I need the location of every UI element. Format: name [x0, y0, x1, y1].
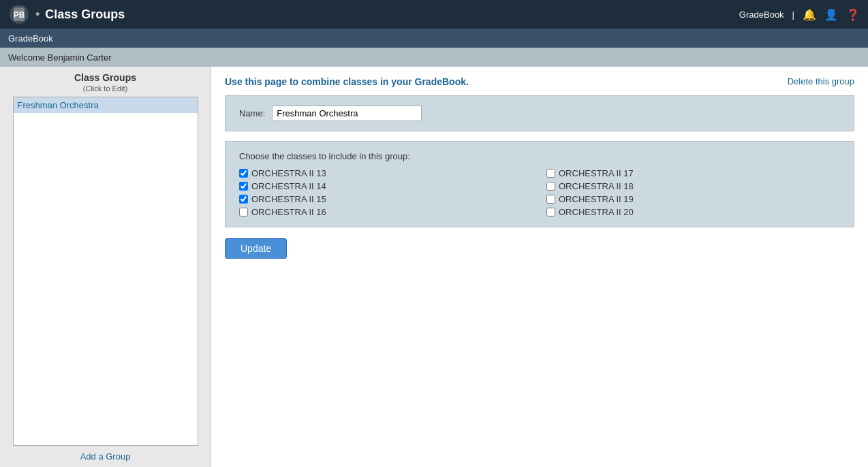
class-checkbox-8[interactable]	[546, 208, 555, 216]
bell-icon[interactable]: 🔔	[803, 8, 816, 21]
sidebar-subtitle: (Click to Edit)	[83, 84, 127, 93]
content-instruction: Use this page to combine classes in your…	[225, 76, 469, 87]
welcome-text: Welcome Benjamin Carter	[8, 52, 111, 63]
class-checkbox-6[interactable]	[546, 182, 555, 191]
class-item-6: ORCHESTRA II 18	[546, 181, 840, 191]
sidebar-title: Class Groups	[74, 72, 136, 83]
class-checkbox-4[interactable]	[239, 208, 248, 216]
class-item-2: ORCHESTRA II 14	[239, 181, 533, 191]
class-checkbox-1[interactable]	[239, 169, 248, 178]
class-item-7: ORCHESTRA II 19	[546, 194, 840, 204]
update-button[interactable]: Update	[225, 238, 287, 259]
top-navigation: PB • Class Groups GradeBook | 🔔 👤 ❓	[0, 0, 868, 29]
classes-grid: ORCHESTRA II 13 ORCHESTRA II 17 ORCHESTR…	[239, 168, 840, 217]
name-section: Name:	[225, 95, 854, 131]
class-checkbox-3[interactable]	[239, 195, 248, 204]
class-label-1: ORCHESTRA II 13	[251, 168, 326, 178]
class-checkbox-2[interactable]	[239, 182, 248, 191]
nav-right: GradeBook | 🔔 👤 ❓	[739, 8, 860, 21]
sidebar-list[interactable]: Freshman Orchestra	[13, 97, 198, 446]
class-label-8: ORCHESTRA II 20	[559, 207, 634, 217]
class-item-8: ORCHESTRA II 20	[546, 207, 840, 217]
class-label-2: ORCHESTRA II 14	[251, 181, 326, 191]
svg-text:PB: PB	[14, 10, 25, 20]
sub-navigation: GradeBook	[0, 29, 868, 48]
class-checkbox-7[interactable]	[546, 195, 555, 204]
class-item-5: ORCHESTRA II 17	[546, 168, 840, 178]
class-item-1: ORCHESTRA II 13	[239, 168, 533, 178]
add-group-link[interactable]: Add a Group	[80, 451, 131, 462]
class-label-6: ORCHESTRA II 18	[559, 181, 634, 191]
logo-area: PB • Class Groups	[8, 3, 125, 25]
welcome-bar: Welcome Benjamin Carter	[0, 48, 868, 67]
class-label-7: ORCHESTRA II 19	[559, 194, 634, 204]
class-label-4: ORCHESTRA II 16	[251, 207, 326, 217]
class-checkbox-5[interactable]	[546, 169, 555, 178]
gradebook-nav-label[interactable]: GradeBook	[739, 10, 784, 20]
class-item-4: ORCHESTRA II 16	[239, 207, 533, 217]
classes-instruction: Choose the classes to include in this gr…	[239, 151, 840, 161]
nav-pipe: |	[792, 10, 794, 20]
content-header: Use this page to combine classes in your…	[225, 76, 854, 87]
name-input[interactable]	[272, 106, 422, 121]
list-item[interactable]: Freshman Orchestra	[14, 97, 198, 113]
page-title-nav: Class Groups	[45, 7, 125, 22]
sidebar: Class Groups (Click to Edit) Freshman Or…	[0, 67, 211, 467]
help-icon[interactable]: ❓	[846, 8, 860, 21]
name-label: Name:	[239, 108, 265, 118]
progressbook-logo: PB	[8, 3, 30, 25]
user-icon[interactable]: 👤	[824, 8, 838, 21]
class-label-3: ORCHESTRA II 15	[251, 194, 326, 204]
content-area: Use this page to combine classes in your…	[211, 67, 868, 467]
main-layout: Class Groups (Click to Edit) Freshman Or…	[0, 67, 868, 467]
delete-group-link[interactable]: Delete this group	[788, 76, 854, 86]
class-item-3: ORCHESTRA II 15	[239, 194, 533, 204]
classes-section: Choose the classes to include in this gr…	[225, 141, 854, 227]
class-label-5: ORCHESTRA II 17	[559, 168, 634, 178]
sub-nav-label[interactable]: GradeBook	[8, 33, 53, 44]
nav-divider: •	[35, 7, 40, 22]
